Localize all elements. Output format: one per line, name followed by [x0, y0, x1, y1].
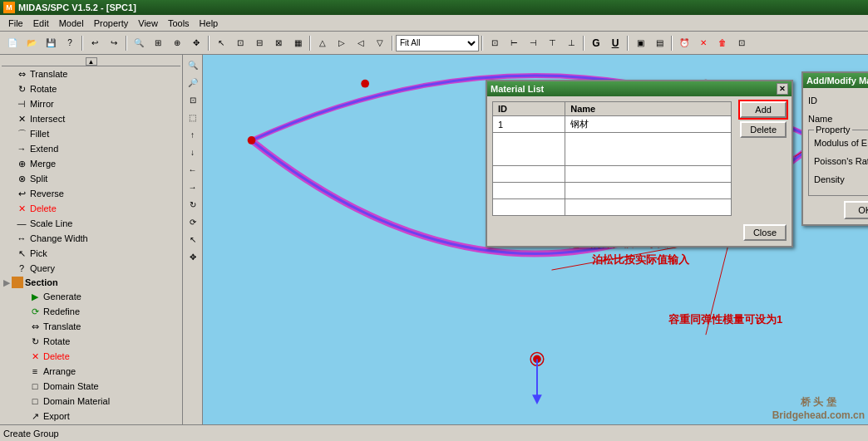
snap-btn[interactable]: ⊕: [168, 34, 186, 52]
sidebar-generate[interactable]: ▶ Generate: [2, 289, 180, 304]
vert-btn5[interactable]: ↑: [185, 126, 201, 143]
zoom-in-btn[interactable]: 🔍: [130, 34, 148, 52]
sidebar-pick2[interactable]: ↖ Pick: [2, 424, 180, 424]
work-area: 若要将混凝土设为基准材料, 这里的弹性模量可设为1 泊松比按实际值输入 容重同弹…: [203, 55, 868, 424]
btn6[interactable]: △: [313, 34, 332, 52]
vert-btn8[interactable]: →: [185, 179, 201, 195]
menu-model[interactable]: Model: [54, 17, 89, 29]
btn8[interactable]: ◁: [352, 34, 370, 52]
add-material-btn[interactable]: Add: [740, 101, 787, 118]
split-icon: ⊗: [15, 172, 28, 185]
btn12[interactable]: ⊣: [524, 34, 542, 52]
sidebar-rotate[interactable]: ↻ Rotate: [2, 81, 180, 96]
delete2-icon: ✕: [28, 350, 42, 363]
vert-btn6[interactable]: ↓: [185, 144, 201, 160]
app-icon: M: [3, 2, 15, 13]
vert-zoom-fit[interactable]: ⊡: [185, 91, 201, 108]
sidebar-query[interactable]: ? Query: [2, 261, 180, 276]
translate-icon: ⇔: [15, 67, 28, 81]
sidebar-delete[interactable]: ✕ Delete: [2, 201, 180, 216]
delete-material-btn[interactable]: Delete: [740, 121, 787, 138]
sidebar-translate2[interactable]: ⇔ Translate: [2, 319, 180, 334]
sidebar-arrange[interactable]: ≡ Arrange: [2, 364, 180, 379]
sidebar-domain-material[interactable]: □ Domain Material: [2, 394, 180, 409]
btn14[interactable]: ⊥: [562, 34, 580, 52]
clock-btn[interactable]: ⏰: [675, 34, 693, 52]
sidebar-fillet[interactable]: ⌒ Fillet: [2, 126, 180, 141]
select-btn[interactable]: ↖: [212, 34, 230, 52]
menu-edit[interactable]: Edit: [28, 17, 54, 29]
modulus-label: Modulus of Elasticity: [814, 138, 868, 148]
add-material-title: Add/Modify Material: [806, 76, 868, 86]
sidebar-split[interactable]: ⊗ Split: [2, 171, 180, 186]
vert-btn9[interactable]: ↻: [185, 196, 201, 213]
sidebar-reverse[interactable]: ↩ Reverse: [2, 186, 180, 201]
btn13[interactable]: ⊤: [543, 34, 561, 52]
last-btn[interactable]: ⊡: [732, 34, 751, 52]
toolbar: 📄 📂 💾 ? ↩ ↪ 🔍 ⊞ ⊕ ✥ ↖ ⊡ ⊟ ⊠ ▦ △ ▷ ◁ ▽ Fi…: [0, 32, 868, 55]
sidebar-rotate2[interactable]: ↻ Rotate: [2, 334, 180, 349]
section-header[interactable]: ▶ Section: [2, 276, 180, 289]
intersect-icon: ✕: [15, 112, 28, 125]
vert-zoom-in[interactable]: 🔍: [185, 56, 201, 73]
btn11[interactable]: ⊢: [505, 34, 523, 52]
vert-zoom-win[interactable]: ⬚: [185, 109, 201, 125]
btn10[interactable]: ⊡: [486, 34, 504, 52]
sidebar-pick[interactable]: ↖ Pick: [2, 246, 180, 261]
sidebar-merge[interactable]: ⊕ Merge: [2, 156, 180, 171]
btn9[interactable]: ▽: [371, 34, 389, 52]
menu-file[interactable]: File: [3, 17, 28, 29]
redo-btn[interactable]: ↪: [105, 34, 123, 52]
btn15[interactable]: ▣: [631, 34, 649, 52]
sep8: [627, 36, 629, 51]
select2-btn[interactable]: ⊡: [231, 34, 249, 52]
status-text: Create Group: [3, 429, 59, 439]
new-btn[interactable]: 📄: [3, 34, 22, 52]
sidebar-redefine[interactable]: ⟳ Redefine: [2, 304, 180, 319]
sidebar-scale-line[interactable]: — Scale Line: [2, 216, 180, 231]
vert-btn7[interactable]: ←: [185, 161, 201, 178]
sep7: [583, 36, 584, 51]
sidebar-export[interactable]: ↗ Export: [2, 409, 180, 424]
btn-U[interactable]: U: [606, 34, 624, 52]
material-list-close-btn[interactable]: ✕: [777, 83, 788, 95]
menu-view[interactable]: View: [133, 17, 163, 29]
ok-btn[interactable]: OK: [844, 201, 868, 219]
btn4[interactable]: ⊠: [269, 34, 288, 52]
material-list-title-bar[interactable]: Material List ✕: [487, 81, 792, 96]
undo-btn[interactable]: ↩: [86, 34, 104, 52]
sidebar-extend[interactable]: → Extend: [2, 141, 180, 156]
sidebar-intersect[interactable]: ✕ Intersect: [2, 111, 180, 126]
sidebar-domain-state[interactable]: □ Domain State: [2, 379, 180, 394]
move-btn[interactable]: ✥: [187, 34, 205, 52]
help-btn[interactable]: ?: [61, 34, 79, 52]
menu-help[interactable]: Help: [195, 17, 224, 29]
vert-zoom-out[interactable]: 🔎: [185, 74, 201, 91]
sidebar-translate[interactable]: ⇔ Translate: [2, 66, 180, 81]
btn5[interactable]: ▦: [289, 34, 307, 52]
open-btn[interactable]: 📂: [22, 34, 41, 52]
zoom-dropdown[interactable]: Fit All: [396, 35, 479, 51]
close-material-btn[interactable]: Close: [743, 224, 787, 241]
main-layout: ▲ ⇔ Translate ↻ Rotate ⊣ Mirror ✕ Inters…: [0, 55, 868, 424]
vert-move[interactable]: ✥: [185, 248, 201, 265]
grid-btn[interactable]: ⊞: [149, 34, 167, 52]
menu-tools[interactable]: Tools: [163, 17, 195, 29]
red-btn[interactable]: 🗑: [713, 34, 732, 52]
menu-property[interactable]: Property: [89, 17, 134, 29]
sidebar-change-width[interactable]: ↔ Change Width: [2, 231, 180, 246]
add-material-title-bar[interactable]: Add/Modify Material ✕: [803, 73, 868, 88]
scroll-up-btn[interactable]: ▲: [86, 57, 97, 66]
save-btn[interactable]: 💾: [42, 34, 60, 52]
vert-select[interactable]: ↖: [185, 231, 201, 247]
svg-point-4: [361, 80, 369, 88]
close-all-btn[interactable]: ✕: [694, 34, 713, 52]
btn3[interactable]: ⊟: [250, 34, 269, 52]
sidebar-mirror[interactable]: ⊣ Mirror: [2, 96, 180, 111]
btn7[interactable]: ▷: [333, 34, 351, 52]
sidebar-delete2[interactable]: ✕ Delete: [2, 349, 180, 364]
vert-btn10[interactable]: ⟳: [185, 213, 201, 230]
btn-G[interactable]: G: [587, 34, 605, 52]
btn16[interactable]: ▤: [650, 34, 668, 52]
table-row[interactable]: 1 钢材: [493, 116, 732, 133]
